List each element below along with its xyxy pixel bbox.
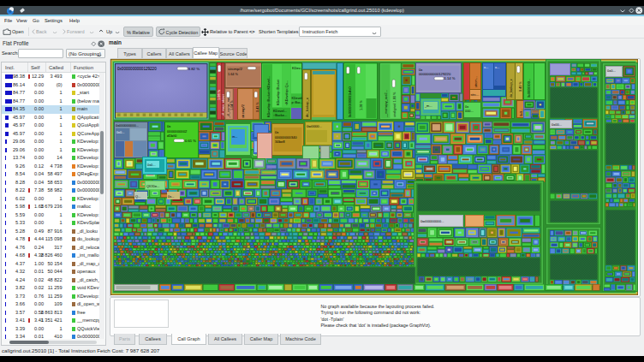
svg-text:0x00000000031b4e0: 0x00000000031b4e0 (349, 86, 352, 117)
svg-text:0.43 %: 0.43 % (256, 102, 259, 112)
svg-text:Q...: Q... (135, 194, 140, 199)
svg-text:3.82 %: 3.82 % (188, 67, 200, 71)
svg-text:1.64 %: 1.64 % (228, 73, 238, 76)
svg-text:0.61 %: 0.61 % (185, 139, 196, 143)
svg-text:0x0...: 0x0... (520, 109, 523, 116)
svg-text:1.28 %: 1.28 % (360, 100, 363, 110)
svg-text:p::Buc...: p::Buc... (292, 101, 304, 104)
svg-text:0w0000...: 0w0000... (307, 124, 322, 128)
svg-text:000...: 000... (465, 109, 474, 113)
svg-text:strc...: strc... (471, 92, 480, 97)
svg-text:0.43 %: 0.43 % (519, 81, 522, 92)
svg-text:x...: x... (495, 65, 499, 69)
svg-text:strcmp/2: strcmp/2 (228, 67, 242, 71)
svg-text:_dl_map_object: _dl_map_object (222, 93, 225, 118)
svg-text:do_lookup_x: do_lookup_x (510, 79, 513, 98)
svg-text:0000000002: 0000000002 (167, 129, 188, 134)
svg-text:0x00...: 0x00... (552, 122, 562, 127)
svg-text:d1b/i0: d1b/i0 (167, 134, 177, 138)
svg-text:QIODe...: QIODe... (146, 184, 159, 188)
svg-text:in...: in... (232, 134, 237, 139)
svg-text:1.14 %: 1.14 % (444, 76, 456, 80)
svg-text:0x0...: 0x0... (147, 163, 156, 167)
svg-text:do_lookup_x: do_lookup_x (305, 98, 309, 117)
svg-text:34be8: 34be8 (275, 139, 285, 144)
svg-text:x...: x... (484, 65, 488, 69)
svg-text:0x000000000...: 0x000000000... (116, 123, 139, 128)
svg-text:<KDevelop::Qu...: <KDevelop::Qu... (285, 80, 289, 105)
svg-text:0x0...: 0x0... (607, 68, 616, 73)
svg-text:1.98 %: 1.98 % (217, 89, 221, 100)
svg-text:strcm...: strcm... (474, 76, 478, 87)
svg-text:0x0...: 0x0... (116, 131, 124, 134)
svg-text:0w00000000...: 0w00000000... (420, 219, 444, 223)
svg-text:0x0000000000129220: 0x0000000000129220 (117, 67, 157, 71)
svg-text:KDevelop::Bucket<KDevel...: KDevelop::Bucket<KDevel... (267, 76, 271, 117)
svg-text:::Bucke...: ::Bucke... (273, 113, 287, 117)
svg-text:__memcpy_sse2...: __memcpy_sse2... (385, 90, 388, 118)
svg-text:KDevelop::Bucket: KDevelop::Bucket (277, 79, 280, 105)
svg-text:0000000000129220: 0000000000129220 (419, 72, 451, 76)
svg-text:KDevelo: KDevelo (292, 97, 304, 100)
svg-text:strcmp/2: strcmp/2 (241, 104, 245, 118)
svg-text:unaligned 1.93 %: unaligned 1.93 % (393, 92, 397, 117)
svg-text:_m...: _m... (424, 104, 432, 108)
svg-text:KDev...: KDev... (292, 66, 303, 70)
svg-text:0x...: 0x... (168, 194, 174, 199)
svg-text:0x0000000...: 0x0000000... (528, 79, 531, 98)
svg-text:00000000340: 00000000340 (275, 135, 297, 139)
